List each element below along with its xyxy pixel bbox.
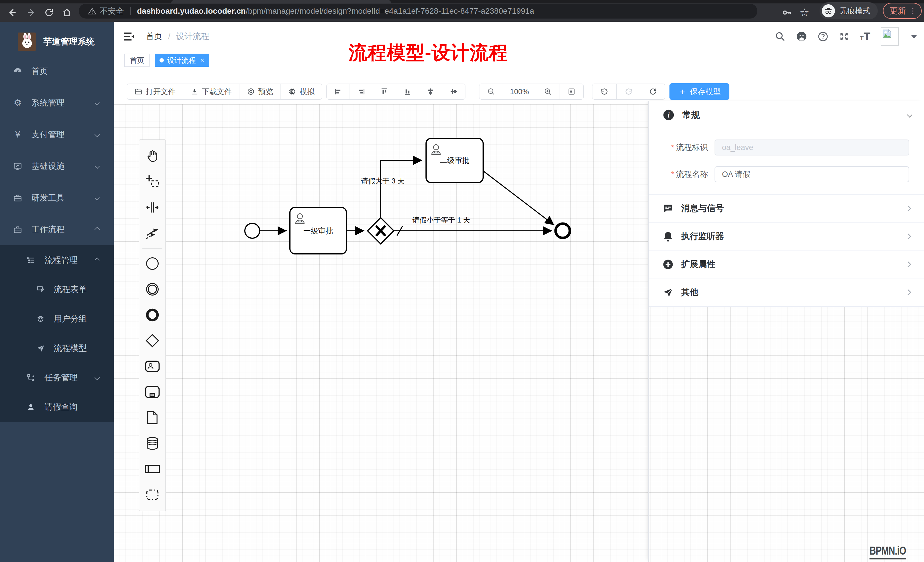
condition-label-gt3[interactable]: 请假大于 3 天 bbox=[361, 177, 405, 185]
sidebar-item-system[interactable]: ⚙ 系统管理 bbox=[0, 87, 114, 119]
browser-home-button[interactable] bbox=[59, 3, 75, 22]
zoom-in-button[interactable] bbox=[536, 84, 560, 99]
fullscreen-button[interactable] bbox=[838, 31, 849, 42]
align-left-button[interactable] bbox=[327, 84, 350, 99]
align-top-icon bbox=[381, 88, 388, 95]
sidebar-item-user-group[interactable]: 用户分组 bbox=[0, 304, 114, 334]
sidebar-item-process-management[interactable]: 流程管理 bbox=[0, 245, 114, 275]
align-horizontal-center-button[interactable] bbox=[442, 84, 465, 99]
browser-tab[interactable] bbox=[171, 0, 391, 3]
tag-home[interactable]: 首页 bbox=[124, 54, 150, 67]
start-event-node[interactable] bbox=[245, 223, 260, 238]
browser-update-button[interactable]: 更新 ⋮ bbox=[883, 3, 922, 19]
zoom-reset-button[interactable] bbox=[560, 84, 583, 99]
browser-back-button[interactable] bbox=[4, 3, 20, 22]
zoom-out-button[interactable] bbox=[479, 84, 503, 99]
close-icon[interactable]: × bbox=[200, 56, 204, 64]
browser-reload-button[interactable] bbox=[41, 3, 57, 22]
preview-button[interactable]: 预览 bbox=[239, 84, 281, 99]
align-bottom-icon bbox=[404, 88, 411, 95]
align-vertical-center-button[interactable] bbox=[419, 84, 442, 99]
annotation-title: 流程模型-设计流程 bbox=[348, 40, 508, 66]
app-logo-row[interactable]: 芋道管理系统 bbox=[0, 22, 114, 55]
file-button-group: 打开文件 下载文件 预览 模拟 bbox=[127, 84, 322, 100]
briefcase-icon bbox=[12, 193, 23, 202]
app-logo bbox=[18, 33, 36, 51]
help-button[interactable] bbox=[818, 31, 828, 42]
sidebar-item-infrastructure[interactable]: 基础设施 bbox=[0, 150, 114, 182]
chevron-down-icon bbox=[94, 100, 100, 105]
sidebar-collapse-button[interactable] bbox=[123, 30, 135, 42]
process-name-input[interactable] bbox=[714, 166, 909, 182]
sidebar-item-label: 工作流程 bbox=[32, 224, 64, 235]
task2-label: 二级审批 bbox=[440, 156, 470, 165]
sidebar-item-payment[interactable]: ¥ 支付管理 bbox=[0, 119, 114, 150]
refresh-icon bbox=[649, 87, 657, 96]
flow-task2-to-end[interactable] bbox=[483, 171, 554, 225]
bookmark-star-button[interactable]: ☆ bbox=[800, 3, 809, 22]
tag-design-process[interactable]: 设计流程 × bbox=[154, 54, 209, 67]
font-size-button[interactable]: TT bbox=[860, 30, 870, 43]
main-area: 首页 / 设计流程 bbox=[114, 22, 924, 562]
process-key-input[interactable] bbox=[714, 139, 909, 156]
section-extended-attributes[interactable]: 扩展属性 bbox=[649, 250, 924, 279]
incognito-icon bbox=[822, 4, 835, 17]
search-button[interactable] bbox=[775, 31, 786, 42]
save-model-button[interactable]: ＋ 保存模型 bbox=[669, 83, 729, 100]
avatar-caret-icon[interactable] bbox=[911, 35, 917, 39]
general-section-header[interactable]: i 常规 bbox=[649, 101, 924, 129]
condition-label-le1[interactable]: 请假小于等于 1 天 bbox=[412, 216, 470, 224]
align-button-group bbox=[327, 84, 465, 100]
sidebar-item-process-model[interactable]: 流程模型 bbox=[0, 334, 114, 363]
person-icon bbox=[25, 403, 36, 411]
briefcase-icon bbox=[12, 225, 23, 234]
password-manager-button[interactable] bbox=[782, 3, 792, 22]
sidebar-item-label: 基础设施 bbox=[32, 160, 64, 172]
paper-plane-icon bbox=[35, 344, 46, 352]
undo-button[interactable] bbox=[592, 84, 616, 99]
sidebar-item-task-management[interactable]: 任务管理 bbox=[0, 363, 114, 392]
sidebar-item-devtools[interactable]: 研发工具 bbox=[0, 182, 114, 214]
align-top-button[interactable] bbox=[373, 84, 396, 99]
github-button[interactable] bbox=[796, 31, 807, 42]
section-messages-signals[interactable]: 消息与信号 bbox=[649, 195, 924, 223]
process-key-label: *流程标识 bbox=[649, 142, 708, 153]
section-execution-listener[interactable]: 执行监听器 bbox=[649, 223, 924, 250]
tag-label: 首页 bbox=[130, 55, 144, 65]
align-bottom-button[interactable] bbox=[396, 84, 419, 99]
security-label: 不安全 bbox=[100, 6, 124, 16]
sidebar-item-label: 任务管理 bbox=[45, 372, 78, 384]
section-other[interactable]: 其他 bbox=[649, 279, 924, 306]
plus-icon: ＋ bbox=[678, 86, 687, 97]
warning-icon bbox=[88, 7, 96, 15]
browser-menu-icon[interactable]: ⋮ bbox=[909, 7, 916, 15]
bunny-logo-image bbox=[18, 33, 36, 51]
sidebar-item-process-form[interactable]: 流程表单 bbox=[0, 275, 114, 304]
restart-button[interactable] bbox=[641, 84, 665, 99]
browser-forward-button[interactable] bbox=[23, 3, 39, 22]
download-file-button[interactable]: 下载文件 bbox=[183, 84, 239, 99]
address-divider bbox=[130, 7, 131, 15]
sidebar-item-workflow[interactable]: 工作流程 bbox=[0, 214, 114, 245]
redo-button[interactable] bbox=[616, 84, 641, 99]
info-icon: i bbox=[662, 109, 675, 121]
simulate-button[interactable]: 模拟 bbox=[281, 84, 322, 99]
sidebar-item-home[interactable]: 首页 bbox=[0, 55, 114, 87]
properties-panel: i 常规 *流程标识 *流程名称 消息与信号 bbox=[648, 101, 924, 562]
avatar[interactable] bbox=[880, 27, 899, 46]
top-navbar: 首页 / 设计流程 bbox=[114, 22, 924, 51]
question-circle-icon bbox=[818, 31, 828, 42]
address-bar[interactable]: 不安全 dashboard.yudao.iocoder.cn/bpm/manag… bbox=[79, 4, 758, 18]
open-file-button[interactable]: 打开文件 bbox=[127, 84, 183, 99]
align-right-button[interactable] bbox=[350, 84, 373, 99]
incognito-badge: 无痕模式 bbox=[819, 2, 878, 19]
end-event-node[interactable] bbox=[556, 224, 570, 238]
breadcrumb-separator: / bbox=[168, 32, 170, 41]
breadcrumb-home[interactable]: 首页 bbox=[146, 31, 162, 42]
reload-icon bbox=[44, 8, 54, 17]
flow-gateway-to-task2[interactable] bbox=[381, 160, 422, 218]
sidebar-item-leave-query[interactable]: 请假查询 bbox=[0, 392, 114, 422]
window-strip bbox=[0, 0, 924, 3]
zoom-button-group: 100% bbox=[479, 84, 584, 100]
update-label: 更新 bbox=[890, 5, 906, 16]
